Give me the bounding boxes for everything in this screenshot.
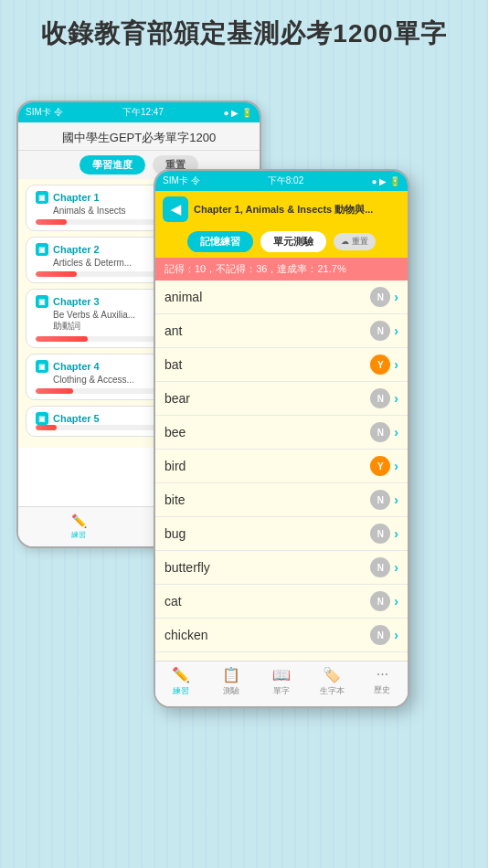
badge-bug: N <box>370 524 390 544</box>
front-practice-icon: ✏️ <box>172 666 190 683</box>
chapter-number-4: Chapter 4 <box>53 361 100 372</box>
front-vocab-label: 生字本 <box>320 685 345 697</box>
tab-memory[interactable]: 記憶練習 <box>187 231 253 252</box>
stats-bar: 記得：10，不記得：36，達成率：21.7% <box>155 258 408 281</box>
badge-bird: Y <box>370 456 390 476</box>
main-title: 收錄教育部頒定基測必考1200單字 <box>0 0 488 60</box>
chapter-number-1: Chapter 1 <box>53 192 100 203</box>
word-chicken: chicken <box>164 628 370 642</box>
chapter-icon-2: ▣ <box>36 243 48 256</box>
front-vocab-icon: 🏷️ <box>323 666 341 683</box>
arrow-ant: › <box>394 323 398 338</box>
word-row-bite[interactable]: bite N › <box>155 483 408 517</box>
front-history-label: 歷史 <box>374 684 390 696</box>
battery-front: ● ▶ 🔋 <box>371 176 400 186</box>
practice-label: 練習 <box>71 530 86 540</box>
arrow-bat: › <box>394 357 398 372</box>
word-bear: bear <box>164 391 370 406</box>
word-bat: bat <box>164 357 370 372</box>
front-tab-history[interactable]: ··· 歷史 <box>357 666 408 696</box>
arrow-chicken: › <box>394 628 398 642</box>
front-tab-vocab[interactable]: 🏷️ 生字本 <box>307 666 357 697</box>
phone-front: SIM卡 令 下午8:02 ● ▶ 🔋 ◀ Chapter 1, Animals… <box>154 169 409 708</box>
app-title-back: 國中學生GEPT必考單字1200 <box>18 130 260 146</box>
badge-butterfly: N <box>370 557 390 577</box>
reset-button[interactable]: ☁ 重置 <box>334 233 376 250</box>
chapter-number-3: Chapter 3 <box>53 296 100 307</box>
front-words-label: 單字 <box>273 685 290 697</box>
front-test-icon: 📋 <box>222 666 240 683</box>
word-animal: animal <box>164 290 370 304</box>
arrow-bear: › <box>394 391 398 406</box>
word-row-bee[interactable]: bee N › <box>155 416 408 450</box>
chapter-number-5: Chapter 5 <box>53 413 100 424</box>
battery-back: ● ▶ 🔋 <box>223 108 252 118</box>
word-row-bear[interactable]: bear N › <box>155 382 408 416</box>
progress-fill-4 <box>36 388 73 394</box>
word-butterfly: butterfly <box>164 560 370 575</box>
chapter-icon-4: ▣ <box>36 360 48 373</box>
word-list-inner: animal N › ant N › bat Y › bear N › bee <box>155 281 408 662</box>
arrow-bird: › <box>394 459 398 473</box>
front-header-title: Chapter 1, Animals & Insects 動物與... <box>194 203 400 217</box>
chapter-icon-3: ▣ <box>36 295 48 308</box>
word-bird: bird <box>164 459 370 473</box>
badge-animal: N <box>370 287 390 307</box>
arrow-animal: › <box>394 290 398 304</box>
word-row-animal[interactable]: animal N › <box>155 281 408 314</box>
badge-bat: Y <box>370 355 390 375</box>
carrier-front: SIM卡 令 <box>163 175 200 187</box>
time-front: 下午8:02 <box>268 175 303 187</box>
front-tabs: 記憶練習 單元測驗 ☁ 重置 <box>155 228 408 258</box>
word-bee: bee <box>164 425 370 439</box>
arrow-cat: › <box>394 594 398 609</box>
word-cat: cat <box>164 594 370 609</box>
arrow-bee: › <box>394 425 398 439</box>
carrier-back: SIM卡 令 <box>26 106 63 119</box>
progress-fill-1 <box>36 219 67 225</box>
tab-progress[interactable]: 學習進度 <box>80 155 145 175</box>
word-row-bug[interactable]: bug N › <box>155 517 408 551</box>
badge-bite: N <box>370 490 390 510</box>
word-bite: bite <box>164 492 370 507</box>
tab-unit-test[interactable]: 單元測驗 <box>260 231 326 252</box>
chapter-icon-1: ▣ <box>36 191 48 204</box>
badge-bee: N <box>370 422 390 442</box>
arrow-bug: › <box>394 526 398 541</box>
word-row-cat[interactable]: cat N › <box>155 585 408 619</box>
time-back: 下午12:47 <box>122 106 164 119</box>
word-bug: bug <box>164 526 370 541</box>
front-tab-practice[interactable]: ✏️ 練習 <box>155 666 206 697</box>
front-history-icon: ··· <box>377 666 388 683</box>
front-tab-test[interactable]: 📋 測驗 <box>206 666 256 697</box>
front-bottom-tab: ✏️ 練習 📋 測驗 📖 單字 🏷️ 生字本 ··· 歷史 <box>155 661 408 706</box>
progress-fill-5 <box>36 425 57 430</box>
back-button[interactable]: ◀ <box>163 196 188 222</box>
word-row-bird[interactable]: bird Y › <box>155 450 408 483</box>
status-bar-front: SIM卡 令 下午8:02 ● ▶ 🔋 <box>155 171 408 191</box>
front-practice-label: 練習 <box>173 685 189 697</box>
front-tab-words[interactable]: 📖 單字 <box>256 666 306 697</box>
word-row-ant[interactable]: ant N › <box>155 314 408 348</box>
practice-icon: ✏️ <box>71 513 87 528</box>
word-ant: ant <box>164 323 370 338</box>
app-header-back: 國中學生GEPT必考單字1200 <box>18 122 260 151</box>
arrow-butterfly: › <box>394 560 398 575</box>
front-words-icon: 📖 <box>272 666 291 683</box>
word-list: animal N › ant N › bat Y › bear N › bee <box>155 281 408 662</box>
status-bar-back: SIM卡 令 下午12:47 ● ▶ 🔋 <box>18 102 260 122</box>
badge-ant: N <box>370 321 390 341</box>
progress-fill-2 <box>36 271 77 277</box>
front-test-label: 測驗 <box>223 685 239 697</box>
bottom-tab-practice[interactable]: ✏️ 練習 <box>18 513 139 540</box>
word-row-bat[interactable]: bat Y › <box>155 348 408 382</box>
arrow-bite: › <box>394 492 398 507</box>
badge-cat: N <box>370 591 390 611</box>
badge-chicken: N <box>370 625 390 645</box>
chapter-icon-5: ▣ <box>36 412 48 425</box>
chapter-number-2: Chapter 2 <box>53 244 100 255</box>
front-header: ◀ Chapter 1, Animals & Insects 動物與... <box>155 191 408 228</box>
word-row-butterfly[interactable]: butterfly N › <box>155 551 408 585</box>
progress-fill-3 <box>36 336 88 342</box>
word-row-chicken[interactable]: chicken N › <box>155 619 408 652</box>
